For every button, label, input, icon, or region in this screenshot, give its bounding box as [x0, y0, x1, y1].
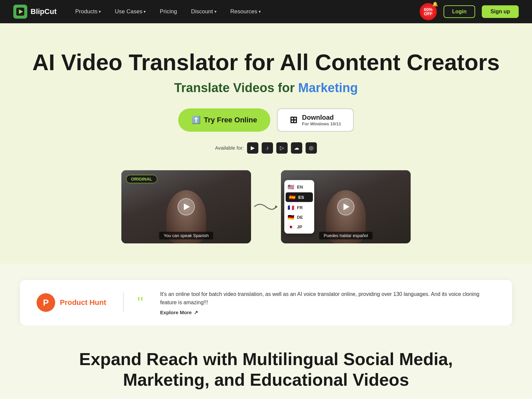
play-button-translated[interactable]: [337, 198, 354, 215]
svg-marker-2: [275, 205, 278, 208]
ph-name: Product Hunt: [60, 298, 106, 307]
video-translated: 🇺🇸 EN 🇪🇸 ES 🇫🇷 FR 🇩🇪 DE 🇯🇵 J: [281, 170, 411, 243]
nav-pricing[interactable]: Pricing: [154, 6, 182, 18]
code-fr: FR: [297, 205, 303, 210]
ph-icon: P: [37, 293, 55, 312]
download-main: Download: [302, 114, 341, 121]
code-jp: JP: [297, 224, 302, 229]
subtitle-highlight: Marketing: [298, 81, 358, 95]
available-label: Available for:: [215, 145, 244, 151]
try-free-button[interactable]: ⬆️ Try Free Online: [178, 108, 270, 132]
explore-more-link[interactable]: Explore More ↗: [160, 310, 495, 316]
code-en: EN: [297, 184, 303, 189]
hero-buttons: ⬆️ Try Free Online ⊞ Download For Window…: [13, 108, 519, 132]
platform-vimeo: ▷: [276, 142, 288, 154]
login-button[interactable]: Login: [444, 5, 475, 18]
product-hunt-section: P Product Hunt " It's an online tool for…: [20, 280, 512, 326]
try-free-label: Try Free Online: [204, 116, 257, 124]
explore-label: Explore More: [160, 310, 192, 315]
code-es: ES: [298, 195, 304, 200]
lang-es[interactable]: 🇪🇸 ES: [286, 192, 313, 202]
lang-fr: 🇫🇷 FR: [284, 202, 314, 212]
available-row: Available for: ▶ ♪ ▷ ☁ ◎: [13, 142, 519, 154]
caption-translated: Puedes hablar español: [319, 232, 373, 239]
nav-discount[interactable]: Discount: [186, 6, 221, 18]
logo[interactable]: BlipCut: [13, 5, 57, 19]
hero-subtitle: Translate Videos for Marketing: [13, 81, 519, 95]
nav-products[interactable]: Products: [70, 6, 106, 18]
platform-tiktok: ♪: [262, 142, 273, 154]
ph-divider: [123, 293, 124, 313]
upload-icon: ⬆️: [192, 116, 200, 124]
explore-arrow: ↗: [194, 310, 198, 316]
hero-title: AI Video Translator for All Content Crea…: [13, 50, 519, 75]
video-original: ORIGINAL You can speak Spanish: [121, 170, 251, 243]
download-sub: For Windows 10/11: [302, 121, 341, 126]
flag-en: 🇺🇸: [288, 184, 294, 190]
lang-en: 🇺🇸 EN: [284, 182, 314, 192]
video-demo-section: ORIGINAL You can speak Spanish 🇺🇸 EN 🇪🇸: [83, 170, 449, 243]
bottom-section: Expand Reach with Multilingual Social Me…: [0, 326, 532, 399]
transform-arrow: [251, 200, 281, 213]
platform-instagram: ◎: [306, 142, 317, 154]
nav-resources[interactable]: Resources: [225, 6, 266, 18]
subtitle-start: Translate Videos for: [174, 81, 298, 95]
bottom-title: Expand Reach with Multilingual Social Me…: [13, 349, 519, 390]
flag-de: 🇩🇪: [288, 214, 294, 220]
code-de: DE: [297, 214, 303, 219]
windows-icon: ⊞: [290, 114, 297, 125]
download-button[interactable]: ⊞ Download For Windows 10/11: [277, 108, 354, 132]
signup-button[interactable]: Sign up: [482, 5, 519, 18]
discount-badge[interactable]: 60%OFF: [420, 3, 437, 20]
platform-drive: ☁: [291, 142, 302, 154]
platform-youtube: ▶: [247, 142, 258, 154]
ph-quote: It's an online tool for batch video tran…: [160, 290, 495, 307]
play-button-original[interactable]: [178, 198, 195, 215]
flag-fr: 🇫🇷: [288, 204, 294, 210]
ph-content: It's an online tool for batch video tran…: [160, 290, 495, 316]
discount-badge-text: 60%OFF: [424, 7, 433, 16]
caption-original: You can speak Spanish: [159, 232, 213, 239]
ph-logo: P Product Hunt: [37, 293, 110, 312]
original-label: ORIGINAL: [126, 175, 157, 183]
hero-section: AI Video Translator for All Content Crea…: [0, 23, 532, 263]
logo-icon: [13, 5, 27, 19]
quote-icon: ": [137, 295, 144, 311]
download-text: Download For Windows 10/11: [302, 114, 341, 126]
flag-es: 🇪🇸: [289, 194, 296, 200]
language-overlay: 🇺🇸 EN 🇪🇸 ES 🇫🇷 FR 🇩🇪 DE 🇯🇵 J: [284, 180, 314, 233]
lang-de: 🇩🇪 DE: [284, 212, 314, 222]
flag-jp: 🇯🇵: [288, 223, 294, 230]
logo-text: BlipCut: [31, 7, 57, 16]
lang-jp: 🇯🇵 JP: [284, 222, 314, 231]
bottom-title-line2: Marketing, and Educational Videos: [123, 370, 409, 389]
nav-usecases[interactable]: Use Cases: [109, 6, 151, 18]
bottom-title-line1: Expand Reach with Multilingual Social Me…: [79, 349, 453, 369]
navigation: BlipCut Products Use Cases Pricing Disco…: [0, 0, 532, 23]
